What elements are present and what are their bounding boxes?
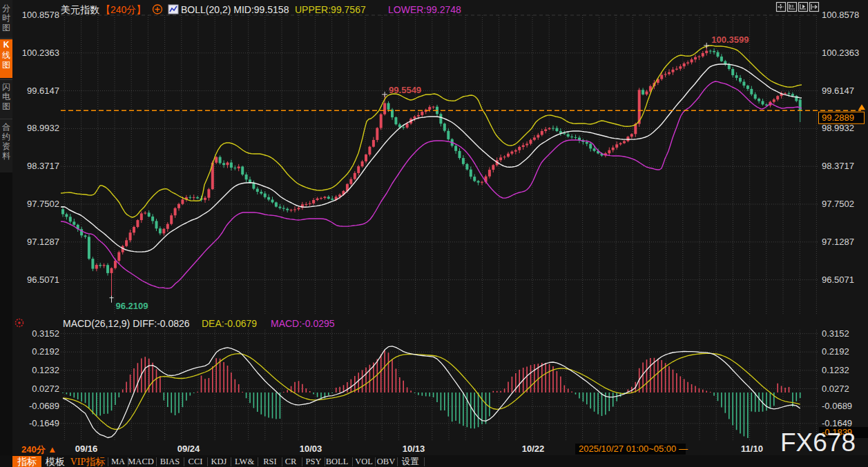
- svg-text:CR: CR: [285, 457, 297, 466]
- svg-text:240分 ▲: 240分 ▲: [21, 444, 57, 455]
- svg-text:100.8578: 100.8578: [822, 10, 859, 20]
- svg-text:图: 图: [2, 60, 10, 70]
- svg-text:97.7502: 97.7502: [822, 199, 854, 209]
- svg-text:0.3152: 0.3152: [822, 328, 849, 339]
- svg-text:MACD: MACD: [128, 457, 154, 466]
- svg-text:VIP指标: VIP指标: [70, 457, 106, 467]
- svg-text:98.3717: 98.3717: [27, 161, 59, 171]
- svg-text:LW&: LW&: [235, 457, 255, 466]
- svg-text:98.9932: 98.9932: [27, 123, 59, 133]
- svg-text:模板: 模板: [45, 457, 65, 467]
- svg-text:96.5071: 96.5071: [822, 275, 854, 285]
- svg-text:09/16: 09/16: [75, 444, 98, 454]
- svg-text:98.9932: 98.9932: [822, 123, 854, 133]
- svg-text:0.0272: 0.0272: [822, 384, 849, 394]
- svg-text:99.2889: 99.2889: [822, 112, 854, 123]
- svg-text:BOLL: BOLL: [326, 457, 349, 466]
- svg-text:料: 料: [2, 151, 10, 161]
- svg-text:OBV: OBV: [377, 457, 395, 466]
- svg-text:UPPER:99.7567: UPPER:99.7567: [295, 4, 366, 15]
- svg-text:-0.0689: -0.0689: [29, 401, 59, 411]
- svg-text:电: 电: [2, 92, 10, 101]
- svg-text:BIAS: BIAS: [160, 457, 180, 466]
- svg-text:0.2192: 0.2192: [32, 346, 59, 357]
- svg-text:MACD:-0.0295: MACD:-0.0295: [271, 318, 335, 329]
- svg-text:PSY: PSY: [306, 457, 322, 466]
- svg-text:闪: 闪: [2, 82, 10, 92]
- svg-text:MA: MA: [111, 457, 125, 466]
- svg-text:10/13: 10/13: [403, 444, 425, 454]
- svg-text:图: 图: [2, 101, 10, 111]
- svg-text:资: 资: [2, 141, 10, 151]
- svg-text:10/03: 10/03: [300, 444, 322, 454]
- svg-text:-0.1649: -0.1649: [29, 418, 59, 428]
- svg-text:100.2363: 100.2363: [822, 48, 859, 58]
- svg-text:BOLL(20,2) MID:99.5158: BOLL(20,2) MID:99.5158: [181, 4, 289, 15]
- svg-text:图: 图: [2, 23, 10, 32]
- svg-text:指标: 指标: [17, 457, 37, 467]
- svg-text:设置: 设置: [402, 457, 420, 466]
- svg-text:美元指数: 美元指数: [61, 4, 99, 15]
- svg-text:97.1287: 97.1287: [27, 237, 59, 247]
- svg-text:11/10: 11/10: [741, 444, 763, 454]
- svg-text:合: 合: [2, 122, 10, 132]
- svg-text:97.1287: 97.1287: [822, 237, 854, 247]
- svg-text:100.8578: 100.8578: [22, 10, 59, 20]
- svg-text:LOWER:99.2748: LOWER:99.2748: [388, 4, 461, 15]
- svg-text:DEA:-0.0679: DEA:-0.0679: [202, 318, 257, 329]
- svg-text:99.6147: 99.6147: [27, 86, 59, 96]
- svg-text:96.2109: 96.2109: [116, 301, 148, 311]
- svg-text:0.3152: 0.3152: [32, 328, 59, 339]
- svg-text:100.2363: 100.2363: [22, 48, 59, 58]
- svg-text:0.1232: 0.1232: [822, 365, 849, 375]
- svg-text:线: 线: [2, 50, 10, 60]
- svg-text:VOL: VOL: [355, 457, 373, 466]
- svg-text:RSI: RSI: [263, 457, 276, 466]
- svg-text:98.3717: 98.3717: [822, 161, 854, 171]
- svg-text:97.7502: 97.7502: [27, 199, 59, 209]
- svg-text:【240分】: 【240分】: [101, 4, 146, 15]
- svg-text:99.6147: 99.6147: [822, 86, 854, 96]
- svg-text:分: 分: [2, 3, 10, 13]
- svg-text:99.5549: 99.5549: [389, 85, 421, 95]
- svg-text:96.5071: 96.5071: [27, 275, 59, 285]
- svg-text:2025/10/27 01:00~05:00 —: 2025/10/27 01:00~05:00 —: [579, 444, 688, 454]
- svg-text:MACD(26,12,9) DIFF:-0.0826: MACD(26,12,9) DIFF:-0.0826: [63, 318, 190, 329]
- svg-text:10/22: 10/22: [522, 444, 545, 454]
- svg-text:约: 约: [2, 132, 10, 141]
- svg-text:K: K: [3, 40, 10, 50]
- svg-text:0.1232: 0.1232: [32, 365, 59, 375]
- svg-text:0.0272: 0.0272: [32, 384, 59, 394]
- svg-text:09/24: 09/24: [177, 444, 200, 454]
- svg-text:100.3599: 100.3599: [711, 34, 749, 45]
- svg-text:-0.0689: -0.0689: [822, 401, 852, 411]
- svg-text:FX678: FX678: [780, 428, 856, 457]
- svg-text:0.2192: 0.2192: [822, 346, 849, 357]
- svg-text:KDJ: KDJ: [211, 457, 227, 466]
- svg-text:CCI: CCI: [189, 457, 203, 466]
- svg-text:时: 时: [2, 13, 10, 23]
